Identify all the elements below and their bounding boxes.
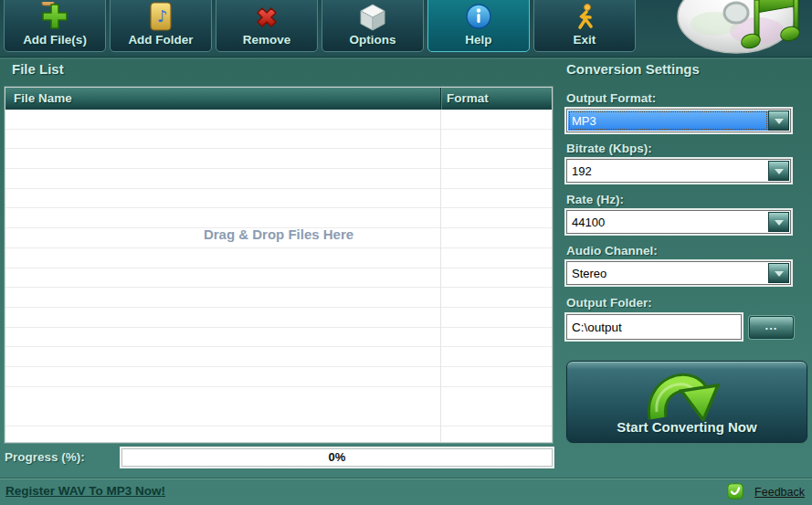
cd-music-notes-logo-icon	[670, 0, 809, 57]
progress-label: Progress (%):	[5, 450, 85, 464]
bitrate-select[interactable]: 192	[566, 159, 791, 183]
feedback-icon	[727, 483, 743, 500]
exit-label: Exit	[534, 33, 635, 47]
audio-channel-value[interactable]: Stereo	[568, 263, 768, 283]
column-header-format: Format	[447, 91, 489, 105]
wav-to-mp3-window: Add File(s) ♪ Add Folder	[0, 0, 812, 505]
cube-icon	[357, 2, 388, 33]
info-circle-icon	[463, 2, 494, 33]
add-files-button[interactable]: Add File(s)	[4, 0, 106, 52]
rate-value[interactable]: 44100	[568, 212, 768, 232]
svg-text:♪: ♪	[157, 6, 168, 26]
output-format-value[interactable]: MP3	[568, 110, 768, 131]
progress-bar: 0%	[121, 448, 553, 467]
chevron-down-icon[interactable]	[768, 263, 789, 283]
chevron-down-icon[interactable]	[768, 110, 789, 131]
add-folder-label: Add Folder	[111, 33, 211, 47]
bitrate-label: Bitrate (Kbps):	[566, 142, 652, 155]
add-file-plus-icon	[39, 2, 70, 33]
toolbar: Add File(s) ♪ Add Folder	[0, 0, 812, 58]
rate-select[interactable]: 44100	[566, 210, 791, 234]
output-folder-input[interactable]	[566, 314, 742, 340]
column-divider-body	[440, 110, 441, 442]
output-folder-label: Output Folder:	[566, 296, 652, 310]
feedback-link[interactable]: Feedback	[754, 486, 805, 499]
remove-button[interactable]: Remove	[216, 0, 318, 52]
exit-button[interactable]: Exit	[533, 0, 636, 52]
remove-label: Remove	[216, 33, 317, 47]
red-x-icon	[251, 2, 282, 33]
output-format-label: Output Format:	[566, 91, 656, 105]
rate-label: Rate (Hz):	[566, 193, 624, 206]
help-label: Help	[428, 33, 529, 47]
drag-drop-hint: Drag & Drop Files Here	[5, 226, 552, 242]
column-header-file-name: File Name	[14, 91, 72, 105]
chevron-down-icon[interactable]	[768, 161, 789, 181]
conversion-settings-title: Conversion Settings	[566, 61, 700, 77]
folder-music-icon: ♪	[145, 2, 176, 33]
running-man-icon	[569, 2, 600, 33]
file-list-title: File List	[12, 61, 64, 77]
green-curved-arrow-icon	[641, 366, 733, 421]
column-divider	[440, 88, 441, 110]
file-list-drop-area[interactable]: Drag & Drop Files Here	[5, 110, 552, 442]
statusbar-divider	[0, 479, 812, 479]
file-list-panel: File Name Format Drag & Drop Files Here	[5, 87, 553, 443]
progress-value: 0%	[122, 449, 552, 466]
help-button[interactable]: Help	[427, 0, 530, 52]
chevron-down-icon[interactable]	[768, 212, 789, 232]
start-converting-button[interactable]: Start Converting Now	[566, 361, 807, 443]
browse-folder-button[interactable]: ...	[749, 316, 794, 339]
add-files-label: Add File(s)	[5, 33, 105, 47]
add-folder-button[interactable]: ♪ Add Folder	[110, 0, 212, 52]
file-list-header: File Name Format	[5, 88, 552, 110]
options-label: Options	[322, 33, 423, 47]
output-format-select[interactable]: MP3	[566, 109, 791, 132]
audio-channel-select[interactable]: Stereo	[566, 261, 791, 285]
register-link[interactable]: Register WAV To MP3 Now!	[5, 484, 165, 498]
options-button[interactable]: Options	[322, 0, 424, 52]
audio-channel-label: Audio Channel:	[566, 244, 658, 258]
bitrate-value[interactable]: 192	[568, 161, 768, 181]
start-converting-label: Start Converting Now	[567, 419, 807, 435]
